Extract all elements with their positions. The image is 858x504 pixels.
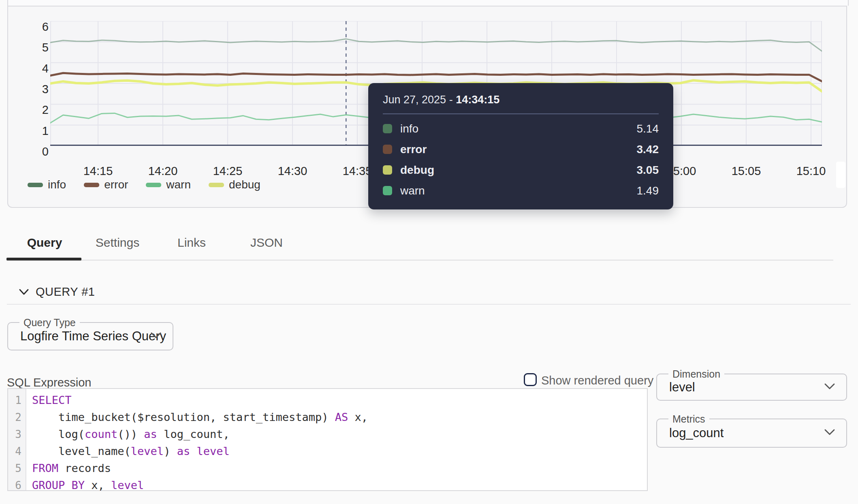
query-type-label: Query Type [19, 317, 80, 329]
dimension-select[interactable]: Dimension level [656, 374, 847, 401]
tooltip-swatch-icon [383, 165, 392, 175]
sql-code-line: FROM records [32, 460, 647, 477]
tooltip-row-warn: warn1.49 [383, 180, 659, 201]
legend-label: debug [229, 178, 260, 191]
x-tick-label: 14:35 [343, 164, 372, 178]
metrics-value: log_count [669, 426, 724, 440]
query-type-value: Logfire Time Series Query [20, 329, 166, 344]
y-tick-label: 5 [12, 41, 49, 54]
tab-settings[interactable]: Settings [96, 236, 139, 250]
tooltip-series-value: 1.49 [637, 184, 659, 197]
line-number: 3 [8, 426, 26, 443]
metrics-select[interactable]: Metrics log_count [656, 419, 847, 448]
panel-header-cut [7, 0, 849, 6]
x-tick-label: 15:10 [796, 164, 826, 178]
y-tick-label: 6 [12, 20, 49, 34]
chart-legend[interactable]: infoerrorwarndebug [28, 178, 260, 191]
legend-swatch-icon [28, 183, 43, 187]
tooltip-series-value: 5.14 [637, 122, 659, 135]
legend-item-debug[interactable]: debug [209, 178, 260, 191]
tooltip-series-label: info [400, 122, 418, 135]
x-tick-label: 14:30 [278, 164, 307, 178]
tab-query[interactable]: Query [27, 236, 62, 250]
y-tick-label: 4 [12, 62, 49, 75]
tooltip-row-error: error3.42 [383, 139, 659, 160]
tooltip-row-debug: debug3.05 [383, 160, 659, 180]
query-section-title[interactable]: QUERY #1 [36, 285, 95, 299]
x-tick-label: 14:20 [148, 164, 178, 178]
legend-label: warn [166, 178, 191, 191]
legend-label: info [48, 178, 66, 191]
legend-item-error[interactable]: error [84, 178, 128, 191]
tooltip-swatch-icon [383, 186, 392, 195]
tooltip-row-info: info5.14 [383, 118, 659, 139]
chevron-down-icon [824, 428, 836, 438]
show-rendered-query-label[interactable]: Show rendered query [541, 374, 653, 387]
line-number-gutter: 123456 [8, 389, 26, 490]
sql-code-line: time_bucket($resolution, start_timestamp… [32, 409, 647, 426]
y-tick-label: 1 [12, 124, 49, 137]
tooltip-rows: info5.14error3.42debug3.05warn1.49 [383, 118, 659, 201]
line-number: 6 [8, 477, 26, 494]
legend-swatch-icon [209, 183, 224, 187]
sql-code[interactable]: SELECT time_bucket($resolution, start_ti… [26, 389, 647, 490]
sql-code-line: SELECT [32, 392, 647, 409]
metrics-label: Metrics [668, 413, 709, 425]
y-tick-label: 0 [12, 145, 49, 158]
sql-editor[interactable]: 123456 SELECT time_bucket($resolution, s… [7, 388, 648, 491]
line-number: 4 [8, 443, 26, 460]
legend-swatch-icon [146, 183, 161, 187]
legend-swatch-icon [84, 183, 99, 187]
active-tab-underline [6, 258, 81, 261]
sql-expression-label: SQL Expression [7, 376, 91, 389]
show-rendered-query-checkbox[interactable] [524, 373, 537, 386]
tooltip-series-value: 3.42 [637, 143, 659, 156]
tooltip-swatch-icon [383, 145, 392, 154]
tooltip-series-value: 3.05 [637, 164, 659, 177]
legend-item-warn[interactable]: warn [146, 178, 191, 191]
tooltip-timestamp: Jun 27, 2025 - 14:34:15 [383, 94, 659, 106]
tooltip-series-label: debug [400, 164, 434, 177]
dimension-value: level [669, 380, 695, 395]
tooltip-divider [383, 113, 659, 114]
dimension-label: Dimension [668, 368, 724, 380]
legend-label: error [104, 178, 128, 191]
query-section-divider [7, 304, 851, 305]
tooltip-series-label: warn [400, 184, 425, 197]
sql-code-line: GROUP BY x, level [32, 477, 647, 494]
tooltip-series-label: error [400, 143, 427, 156]
scrollbar-thumb[interactable] [836, 162, 845, 188]
chevron-down-icon [824, 382, 836, 392]
tab-json[interactable]: JSON [250, 236, 283, 250]
collapse-chevron-icon[interactable] [18, 286, 30, 299]
chart-tooltip: Jun 27, 2025 - 14:34:15 info5.14error3.4… [368, 83, 673, 209]
tooltip-swatch-icon [383, 124, 392, 133]
y-tick-label: 2 [12, 103, 49, 117]
chevron-down-icon [150, 331, 162, 341]
line-number: 5 [8, 460, 26, 477]
line-number: 1 [8, 392, 26, 409]
line-number: 2 [8, 409, 26, 426]
sql-code-line: log(count()) as log_count, [32, 426, 647, 443]
tab-links[interactable]: Links [177, 236, 206, 250]
sql-code-line: level_name(level) as level [32, 443, 647, 460]
legend-item-info[interactable]: info [28, 178, 66, 191]
y-tick-label: 3 [12, 83, 49, 96]
tab-bar-divider [7, 260, 833, 261]
x-tick-label: 15:05 [732, 164, 761, 178]
x-tick-label: 14:25 [213, 164, 243, 178]
x-tick-label: 14:15 [83, 164, 113, 178]
query-type-select[interactable]: Query Type Logfire Time Series Query [7, 322, 173, 350]
